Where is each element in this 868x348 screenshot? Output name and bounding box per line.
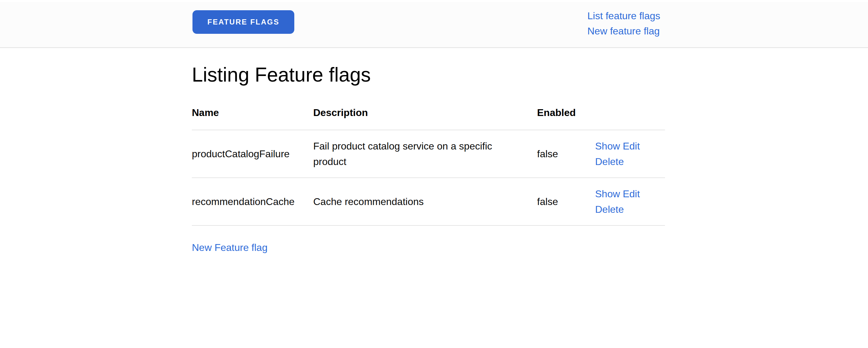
flag-description-cell: Fail product catalog service on a specif… (313, 130, 537, 178)
actions-line-1: Show Edit (595, 186, 665, 202)
column-header-name: Name (192, 100, 313, 130)
nav-link-list-feature-flags[interactable]: List feature flags (587, 8, 660, 24)
flag-enabled-cell: false (537, 178, 595, 225)
actions-line-1: Show Edit (595, 138, 665, 154)
delete-link[interactable]: Delete (595, 204, 624, 215)
column-header-description: Description (313, 100, 537, 130)
flag-description-cell: Cache recommendations (313, 178, 537, 225)
feature-flags-brand-button[interactable]: FEATURE FLAGS (192, 10, 294, 34)
feature-flags-table: Name Description Enabled productCatalogF… (192, 100, 665, 226)
show-link[interactable]: Show (595, 140, 620, 152)
table-row: recommendationCache Cache recommendation… (192, 178, 665, 225)
actions-line-2: Delete (595, 202, 665, 217)
nav-link-new-feature-flag[interactable]: New feature flag (587, 24, 660, 39)
column-header-actions (595, 100, 665, 130)
header-nav: List feature flags New feature flag (587, 8, 660, 39)
new-feature-flag-link[interactable]: New Feature flag (192, 241, 268, 254)
actions-line-2: Delete (595, 154, 665, 169)
table-row: productCatalogFailure Fail product catal… (192, 130, 665, 178)
flag-enabled-cell: false (537, 130, 595, 178)
flag-actions-cell: Show Edit Delete (595, 130, 665, 178)
flag-name-cell: productCatalogFailure (192, 130, 313, 178)
edit-link[interactable]: Edit (623, 140, 640, 152)
column-header-enabled: Enabled (537, 100, 595, 130)
app-header: FEATURE FLAGS List feature flags New fea… (0, 2, 868, 48)
edit-link[interactable]: Edit (623, 188, 640, 200)
flag-name-cell: recommendationCache (192, 178, 313, 225)
main-content: Listing Feature flags Name Description E… (192, 63, 665, 254)
table-header-row: Name Description Enabled (192, 100, 665, 130)
page-title: Listing Feature flags (192, 63, 665, 86)
show-link[interactable]: Show (595, 188, 620, 200)
flag-actions-cell: Show Edit Delete (595, 178, 665, 225)
delete-link[interactable]: Delete (595, 156, 624, 167)
